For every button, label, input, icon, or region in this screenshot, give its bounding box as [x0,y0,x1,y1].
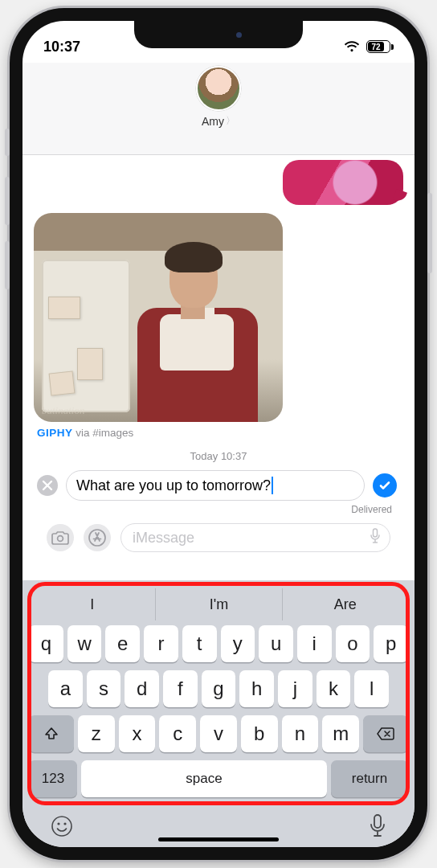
key-row-2: a s d f g h j k l [27,670,410,707]
keyboard: I I'm Are q w e r t y u i o p a s d f [22,580,415,847]
key-d[interactable]: d [125,670,159,707]
key-h[interactable]: h [239,670,274,707]
silence-switch [5,129,10,156]
suggestion-bar: I I'm Are [29,588,408,620]
message-edit-row: What are you up to tomorrow? [34,470,403,501]
key-k[interactable]: k [317,670,351,707]
key-x[interactable]: x [119,715,156,752]
screen: 10:37 72 Amy 〉 [22,21,415,847]
contact-name: Amy [202,115,224,128]
delivered-label: Delivered [34,501,403,520]
battery-text: 72 [368,42,384,51]
suggestion-2[interactable]: I'm [155,588,281,620]
suggestion-1[interactable]: I [29,588,155,620]
key-a[interactable]: a [48,670,83,707]
confirm-edit-button[interactable] [373,473,397,497]
notch [134,21,303,48]
volume-down-button [5,241,10,289]
dictation-button[interactable] [368,813,387,839]
message-edit-field[interactable]: What are you up to tomorrow? [66,470,365,501]
compose-row: iMessage [34,520,403,559]
key-j[interactable]: j [278,670,312,707]
shift-key[interactable] [29,715,74,752]
dictation-small-icon[interactable] [369,528,382,548]
svg-point-4 [57,822,59,825]
gif-attribution: GIPHY via #images [37,427,400,439]
key-m[interactable]: m [322,715,359,752]
svg-point-3 [52,817,71,836]
emoji-button[interactable] [50,814,74,838]
power-button [427,193,432,273]
compose-placeholder: iMessage [133,530,194,547]
app-store-button[interactable] [84,524,111,551]
wifi-icon [344,41,360,52]
key-e[interactable]: e [105,625,140,662]
timestamp-label: Today 10:37 [34,450,403,462]
key-t[interactable]: t [182,625,217,662]
phone-frame: 10:37 72 Amy 〉 [10,8,427,860]
key-v[interactable]: v [200,715,237,752]
sent-image-bubble[interactable] [283,160,403,205]
gif-watermark: butination [42,404,84,417]
key-l[interactable]: l [354,670,389,707]
return-key[interactable]: return [331,760,408,797]
conversation-scroll[interactable]: butination GIPHY via #images Today 10:37… [22,155,415,580]
key-r[interactable]: r [144,625,178,662]
svg-rect-6 [374,815,381,828]
key-g[interactable]: g [202,670,236,707]
home-indicator[interactable] [158,837,279,841]
battery-icon: 72 [365,40,394,53]
key-row-3: z x c v b n m [27,715,410,752]
key-y[interactable]: y [221,625,255,662]
chevron-right-icon: 〉 [226,114,235,128]
key-w[interactable]: w [67,625,102,662]
key-c[interactable]: c [159,715,196,752]
key-o[interactable]: o [336,625,370,662]
key-f[interactable]: f [163,670,198,707]
backspace-key[interactable] [363,715,408,752]
key-s[interactable]: s [87,670,121,707]
cancel-edit-button[interactable] [37,475,58,496]
key-n[interactable]: n [282,715,319,752]
svg-point-1 [89,530,105,546]
svg-rect-2 [374,529,378,537]
key-row-1: q w e r t y u i o p [27,625,410,662]
key-q[interactable]: q [29,625,63,662]
suggestion-3[interactable]: Are [282,588,408,620]
key-u[interactable]: u [259,625,293,662]
space-key[interactable]: space [81,760,327,797]
key-row-4: 123 space return [27,760,410,797]
contact-avatar[interactable] [196,66,241,111]
key-p[interactable]: p [374,625,408,662]
text-caret [272,477,273,494]
received-gif[interactable]: butination [34,213,283,422]
chat-header[interactable]: Amy 〉 [22,63,415,155]
svg-point-0 [58,536,63,542]
key-z[interactable]: z [78,715,115,752]
svg-point-5 [63,822,66,825]
compose-input[interactable]: iMessage [120,523,390,552]
status-time: 10:37 [43,39,80,55]
key-i[interactable]: i [297,625,332,662]
volume-up-button [5,177,10,225]
message-edit-text: What are you up to tomorrow? [76,477,271,494]
numeric-key[interactable]: 123 [29,760,77,797]
camera-button[interactable] [47,524,74,551]
key-b[interactable]: b [241,715,278,752]
